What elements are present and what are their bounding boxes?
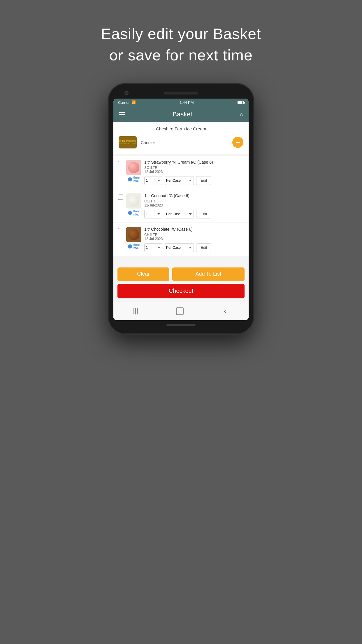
product-1-image-wrap: i MoreInfo. [126, 160, 141, 183]
product-2-code: C1LTR [144, 199, 244, 203]
product-1-checkbox[interactable] [118, 161, 123, 166]
product-1-qty-select[interactable]: 123 [144, 176, 162, 185]
product-2-edit-button[interactable]: Edit [196, 210, 211, 218]
product-3-name: 1ltr Chocolate I/C (Case 6) [144, 227, 244, 232]
info-icon-3: i [128, 244, 132, 249]
supplier-name-label: Cheshire Farm Ice Cream [156, 126, 206, 131]
info-icon-1: i [128, 177, 132, 181]
product-2-unit-select[interactable]: Per CasePer Unit [165, 210, 194, 218]
supplier-logo-text: CHESHIRE FARM [119, 140, 136, 142]
more-info-label-1: MoreInfo. [133, 176, 140, 183]
product-3-more-info[interactable]: i MoreInfo. [128, 243, 140, 250]
phone-top-bar [113, 92, 249, 94]
product-3-date: 12-Jul-2023 [144, 237, 244, 241]
product-3-image-wrap: i MoreInfo. [126, 227, 141, 250]
product-3-code: CH1LTR [144, 233, 244, 237]
phone-bottom-bar [166, 324, 196, 326]
status-bar: Carrier 📶 1:44 PM [113, 99, 249, 106]
product-2-qty-select[interactable]: 123 [144, 210, 162, 218]
more-info-label-2: MoreInfo. [133, 210, 140, 216]
phone-screen: Carrier 📶 1:44 PM Basket ⌕ [113, 99, 249, 320]
product-2-details: 1ltr Coconut I/C (Case 6) C1LTR 12-Jul-2… [144, 193, 244, 218]
product-1-image [126, 160, 141, 175]
page-title: Easily edit your Basket or save for next… [101, 23, 261, 66]
product-3-qty-select[interactable]: 123 [144, 243, 162, 252]
nav-back-button[interactable]: ‹ [219, 306, 231, 316]
product-2-more-info[interactable]: i MoreInfo. [128, 210, 140, 216]
product-2-date: 12-Jul-2023 [144, 203, 244, 207]
product-1-scoop [128, 162, 139, 173]
nav-home-button[interactable] [176, 307, 184, 315]
battery-icon [238, 101, 244, 104]
supplier-info: Chester [141, 140, 228, 145]
status-right [238, 101, 244, 104]
basket-content: Cheshire Farm Ice Cream CHESHIRE FARM RE… [113, 122, 249, 320]
phone-camera [124, 91, 129, 95]
product-3-checkbox[interactable] [118, 228, 123, 233]
product-3-controls: 123 Per CasePer Unit Edit [144, 243, 244, 252]
page-background: Easily edit your Basket or save for next… [0, 0, 362, 644]
action-row: Clear Add To List [117, 267, 245, 281]
supplier-logo: CHESHIRE FARM REAL DAIRY ICE CREAM [119, 136, 137, 148]
product-2-scoop [128, 195, 139, 206]
product-1-details: 1ltr Strawberry 'N' Cream I/C (Case 6) S… [144, 160, 244, 185]
search-icon[interactable]: ⌕ [240, 111, 243, 118]
supplier-location: Chester [141, 140, 228, 145]
basket-actions: Clear Add To List Checkout [113, 262, 249, 302]
product-3-unit-select[interactable]: Per CasePer Unit [165, 243, 194, 252]
product-item-2: i MoreInfo. 1ltr Coconut I/C (Case 6) C1… [113, 189, 249, 223]
clear-button[interactable]: Clear [117, 267, 169, 281]
product-3-edit-button[interactable]: Edit [196, 243, 211, 252]
product-1-controls: 123 Per CasePer Unit Edit [144, 176, 244, 185]
product-item-1: i MoreInfo. 1ltr Strawberry 'N' Cream I/… [113, 156, 249, 189]
supplier-section: CHESHIRE FARM REAL DAIRY ICE CREAM Chest… [113, 132, 249, 154]
product-list: i MoreInfo. 1ltr Strawberry 'N' Cream I/… [113, 156, 249, 256]
phone-bottom [113, 324, 249, 326]
app-header: Basket ⌕ [113, 106, 249, 122]
phone-speaker [164, 92, 198, 94]
product-1-edit-button[interactable]: Edit [196, 176, 211, 185]
product-2-name: 1ltr Coconut I/C (Case 6) [144, 193, 244, 198]
product-2-controls: 123 Per CasePer Unit Edit [144, 210, 244, 218]
add-to-list-button[interactable]: Add To List [172, 267, 245, 281]
carrier-label: Carrier [118, 100, 130, 105]
header-title: Basket [173, 111, 192, 118]
phone-shell: Carrier 📶 1:44 PM Basket ⌕ [108, 83, 254, 334]
product-item-3: i MoreInfo. 1ltr Chocolate I/C (Case 6) … [113, 223, 249, 256]
info-icon-2: i [128, 211, 132, 215]
wifi-icon: 📶 [131, 100, 136, 104]
status-left: Carrier 📶 [118, 100, 136, 105]
spacer [113, 256, 249, 262]
nav-bar: ‹ [113, 302, 249, 320]
product-2-image [126, 193, 141, 209]
product-1-code: SC1LTR [144, 166, 244, 170]
product-2-image-wrap: i MoreInfo. [126, 193, 141, 216]
hamburger-menu-icon[interactable] [119, 112, 125, 116]
checkout-button[interactable]: Checkout [117, 284, 245, 298]
status-time: 1:44 PM [180, 100, 194, 105]
nav-menu-button[interactable] [131, 307, 140, 316]
product-1-name: 1ltr Strawberry 'N' Cream I/C (Case 6) [144, 160, 244, 164]
product-2-checkbox[interactable] [118, 195, 123, 200]
supplier-name-header: Cheshire Farm Ice Cream [113, 122, 249, 132]
remove-supplier-button[interactable]: − [232, 137, 243, 148]
product-1-more-info[interactable]: i MoreInfo. [128, 176, 140, 183]
product-1-date: 12-Jul-2023 [144, 170, 244, 174]
product-3-details: 1ltr Chocolate I/C (Case 6) CH1LTR 12-Ju… [144, 227, 244, 252]
product-3-image [126, 227, 141, 242]
product-1-unit-select[interactable]: Per CasePer Unit [165, 176, 194, 185]
supplier-logo-sub: REAL DAIRY ICE CREAM [119, 143, 136, 144]
more-info-label-3: MoreInfo. [133, 243, 140, 250]
product-3-scoop [128, 229, 139, 240]
